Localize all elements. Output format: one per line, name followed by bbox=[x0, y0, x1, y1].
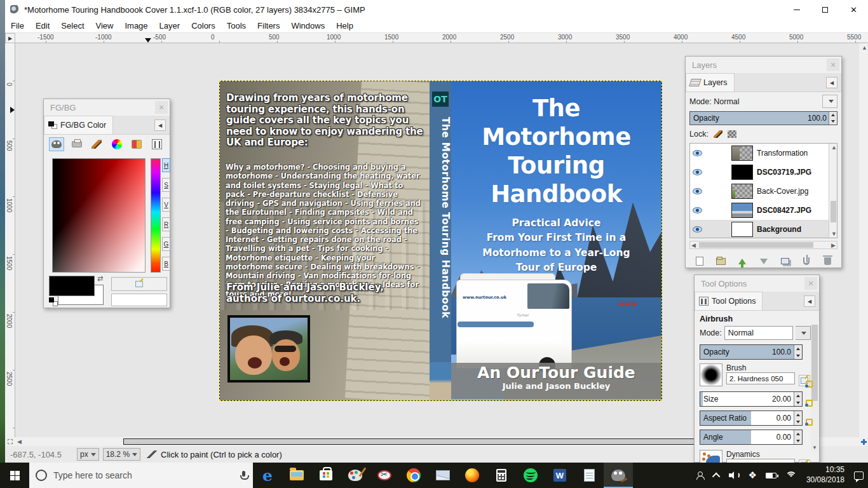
menu-view[interactable]: View bbox=[90, 20, 119, 32]
taskbar-chrome[interactable] bbox=[399, 463, 428, 488]
scales-icon[interactable] bbox=[149, 137, 165, 151]
color-wheel-icon[interactable] bbox=[109, 137, 125, 151]
scroll-up-arrow[interactable]: ▲ bbox=[862, 44, 867, 51]
layer-list-hscrollbar[interactable]: ◀ ▶ bbox=[689, 241, 837, 249]
taskbar-gimp[interactable] bbox=[604, 463, 633, 488]
tab-menu-button[interactable]: ◀ bbox=[804, 295, 815, 307]
visibility-eye-icon[interactable] bbox=[693, 226, 702, 233]
menu-colors[interactable]: Colors bbox=[186, 20, 221, 32]
foreground-color-swatch[interactable] bbox=[49, 276, 95, 296]
taskbar-calculator[interactable] bbox=[487, 463, 516, 488]
hscroll-thumb[interactable] bbox=[123, 438, 759, 445]
book-cover-image[interactable]: Drawing from years of motorhome touring … bbox=[219, 81, 662, 401]
network-button[interactable] bbox=[781, 463, 801, 488]
layers-dialog-titlebar[interactable]: Layers ✕ bbox=[686, 57, 841, 73]
angle-slider[interactable]: Angle 0.00 bbox=[700, 430, 803, 445]
fgbg-dialog-titlebar[interactable]: FG/BG ✕ bbox=[44, 99, 170, 116]
visibility-eye-icon[interactable] bbox=[693, 169, 702, 175]
visibility-eye-icon[interactable] bbox=[693, 150, 702, 156]
tab-menu-button[interactable]: ◀ bbox=[826, 77, 837, 88]
menu-file[interactable]: File bbox=[5, 20, 30, 32]
channel-b-button[interactable]: B bbox=[162, 257, 170, 271]
layer-row-background[interactable]: Background bbox=[690, 220, 837, 238]
title-bar[interactable]: *Motorhome Touring Handboook Cover 1.1.x… bbox=[5, 0, 868, 19]
tab-tool-options[interactable]: Tool Options bbox=[695, 292, 763, 310]
new-layer-button[interactable] bbox=[692, 254, 707, 268]
taskbar-edge[interactable]: e bbox=[253, 463, 282, 488]
delete-layer-button[interactable] bbox=[820, 254, 835, 268]
scroll-left-arrow[interactable]: ◀ bbox=[17, 438, 22, 445]
microphone-icon[interactable] bbox=[240, 471, 247, 480]
horizontal-ruler[interactable]: -1500-1000-50005001000150020002500300035… bbox=[15, 33, 868, 43]
layer-row-transformation[interactable]: Transformation bbox=[690, 144, 837, 163]
hue-strip[interactable] bbox=[151, 158, 161, 273]
visibility-eye-icon[interactable] bbox=[693, 207, 702, 214]
ruler-corner-menu-button[interactable]: ▶ bbox=[5, 33, 15, 43]
menu-help[interactable]: Help bbox=[330, 20, 359, 32]
menu-select[interactable]: Select bbox=[55, 20, 90, 32]
mode-dropdown-button[interactable] bbox=[822, 95, 837, 108]
zoom-dropdown[interactable]: 18.2 % bbox=[103, 448, 140, 461]
layer-row-dsc03719[interactable]: DSC03719.JPG bbox=[690, 163, 837, 182]
gimp-icon[interactable] bbox=[49, 137, 64, 151]
channel-v-button[interactable]: V bbox=[162, 198, 170, 212]
aspect-ratio-slider[interactable]: Aspect Ratio 0.00 bbox=[700, 410, 803, 426]
brush-name-field[interactable]: 2. Hardness 050 bbox=[726, 372, 795, 384]
swap-colors-icon[interactable]: ⇄ bbox=[97, 274, 103, 283]
layers-dialog[interactable]: Layers ✕ Layers ◀ Mode: Normal Opacity 1… bbox=[685, 56, 842, 268]
html-notation-input[interactable] bbox=[111, 294, 167, 306]
reset-angle-button[interactable] bbox=[806, 419, 817, 430]
opacity-spinner[interactable] bbox=[829, 112, 837, 125]
close-icon[interactable]: ✕ bbox=[804, 277, 817, 290]
taskbar-mail[interactable] bbox=[428, 463, 458, 488]
watercolor-icon[interactable] bbox=[89, 137, 104, 151]
new-layer-group-button[interactable] bbox=[714, 254, 729, 268]
menu-tools[interactable]: Tools bbox=[221, 20, 252, 32]
power-button[interactable] bbox=[761, 463, 781, 488]
tab-layers[interactable]: Layers bbox=[686, 73, 735, 92]
opacity-spinner[interactable] bbox=[794, 345, 802, 359]
canvas-vertical-scrollbar[interactable]: ▲ bbox=[859, 43, 868, 437]
quick-mask-toggle[interactable] bbox=[5, 437, 15, 446]
lock-pixels-icon[interactable] bbox=[714, 130, 722, 138]
minimize-button[interactable] bbox=[782, 0, 811, 19]
navigation-button[interactable] bbox=[859, 437, 868, 446]
taskbar-file-explorer[interactable] bbox=[282, 463, 311, 488]
channel-g-button[interactable]: G bbox=[162, 237, 170, 251]
printer-icon[interactable] bbox=[69, 137, 85, 151]
lower-layer-button[interactable] bbox=[756, 254, 771, 268]
taskbar-word[interactable]: W bbox=[545, 463, 574, 488]
saturation-value-square[interactable] bbox=[52, 158, 146, 273]
channel-s-button[interactable]: S bbox=[162, 178, 170, 192]
layer-row-back-cover[interactable]: Back-Cover.jpg bbox=[690, 182, 837, 201]
unit-dropdown[interactable]: px bbox=[77, 448, 99, 461]
menu-layer[interactable]: Layer bbox=[154, 20, 186, 32]
taskbar-clock[interactable]: 10:35 30/08/2018 bbox=[801, 465, 850, 485]
close-button[interactable]: ✕ bbox=[839, 0, 868, 19]
brush-thumbnail[interactable] bbox=[700, 363, 722, 386]
lock-alpha-icon[interactable] bbox=[728, 130, 736, 138]
anchor-layer-button[interactable] bbox=[799, 254, 814, 268]
people-button[interactable] bbox=[692, 463, 710, 488]
palette-icon[interactable] bbox=[129, 137, 144, 151]
dropbox-button[interactable]: ❖ bbox=[743, 463, 761, 488]
layer-opacity-slider[interactable]: Opacity 100.0 bbox=[689, 111, 837, 125]
visibility-eye-icon[interactable] bbox=[693, 188, 702, 194]
reset-aspect-button[interactable] bbox=[806, 400, 817, 410]
taskbar-notepad[interactable] bbox=[574, 463, 604, 488]
close-icon[interactable]: ✕ bbox=[155, 101, 168, 114]
taskbar-spotify[interactable] bbox=[516, 463, 545, 488]
channel-h-button[interactable]: H bbox=[162, 158, 170, 172]
taskbar-firefox[interactable] bbox=[458, 463, 487, 488]
fgbg-dialog[interactable]: FG/BG ✕ FG/BG Color ◀ H bbox=[43, 98, 170, 308]
channel-r-button[interactable]: R bbox=[162, 217, 170, 231]
menu-edit[interactable]: Edit bbox=[30, 20, 55, 32]
taskbar-paint[interactable] bbox=[341, 463, 370, 488]
tab-fgbg-color[interactable]: FG/BG Color bbox=[44, 116, 113, 134]
vertical-ruler[interactable]: 05001000150020002500 bbox=[5, 43, 15, 437]
menu-filters[interactable]: Filters bbox=[252, 20, 285, 32]
action-center-button[interactable] bbox=[850, 463, 868, 488]
reset-size-button[interactable] bbox=[806, 381, 817, 391]
taskbar-store[interactable] bbox=[311, 463, 341, 488]
paint-mode-select[interactable]: Normal bbox=[724, 326, 793, 340]
